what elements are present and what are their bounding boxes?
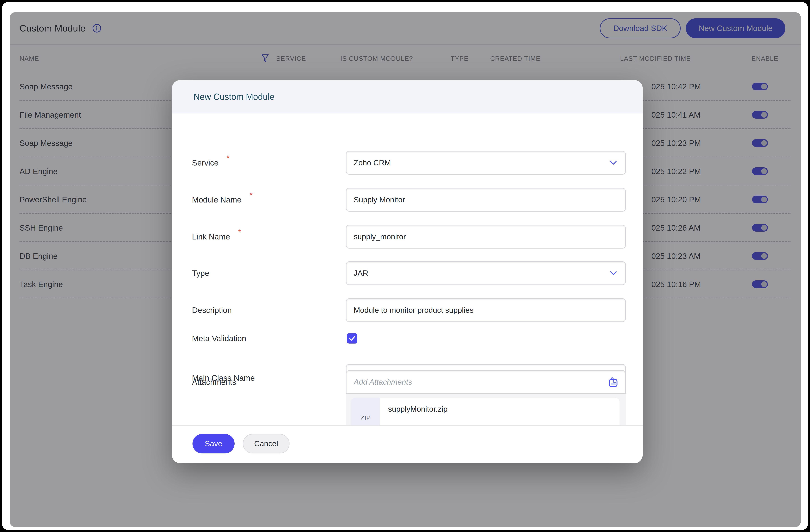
attachments-label: Attachments (192, 377, 236, 387)
module-name-input[interactable] (346, 189, 625, 211)
field-type: Type JAR (172, 261, 643, 285)
description-input[interactable] (346, 299, 625, 321)
attachments-list: ZIP supplyMonitor.zip (346, 394, 626, 426)
save-button[interactable]: Save (193, 434, 234, 453)
service-label: Service (192, 158, 218, 167)
dialog-footer: Save Cancel (172, 425, 643, 463)
chevron-down-icon (610, 271, 617, 276)
link-name-input[interactable] (346, 225, 625, 248)
new-custom-module-dialog: New Custom Module Service * Zoho CRM (172, 80, 643, 463)
type-label: Type (192, 269, 209, 278)
chevron-down-icon (610, 161, 617, 165)
attach-file-icon[interactable] (607, 377, 618, 390)
required-asterisk: * (227, 154, 229, 162)
type-value: JAR (346, 269, 610, 278)
module-name-label: Module Name (192, 195, 241, 204)
field-attachments: Attachments (172, 370, 643, 394)
screen: Custom Module Download SDK New Custom Mo… (0, 0, 810, 532)
field-description: Description (172, 299, 643, 322)
dialog-header: New Custom Module (172, 80, 643, 113)
type-select[interactable]: JAR (346, 261, 626, 285)
app-window: Custom Module Download SDK New Custom Mo… (2, 2, 808, 530)
field-service: Service * Zoho CRM (172, 151, 643, 175)
field-link-name: Link Name * (172, 225, 643, 248)
file-type-badge: ZIP (351, 398, 380, 426)
field-module-name: Module Name * (172, 188, 643, 212)
description-label: Description (192, 306, 232, 315)
link-name-label: Link Name (192, 232, 230, 241)
attachment-filename: supplyMonitor.zip (380, 398, 448, 426)
dialog-title: New Custom Module (194, 92, 274, 102)
required-asterisk: * (238, 228, 241, 236)
attachment-item[interactable]: ZIP supplyMonitor.zip (351, 398, 619, 426)
service-value: Zoho CRM (346, 158, 610, 167)
add-attachments-input[interactable] (346, 371, 625, 393)
cancel-button[interactable]: Cancel (243, 434, 290, 453)
service-select[interactable]: Zoho CRM (346, 151, 626, 175)
required-asterisk: * (250, 191, 253, 199)
